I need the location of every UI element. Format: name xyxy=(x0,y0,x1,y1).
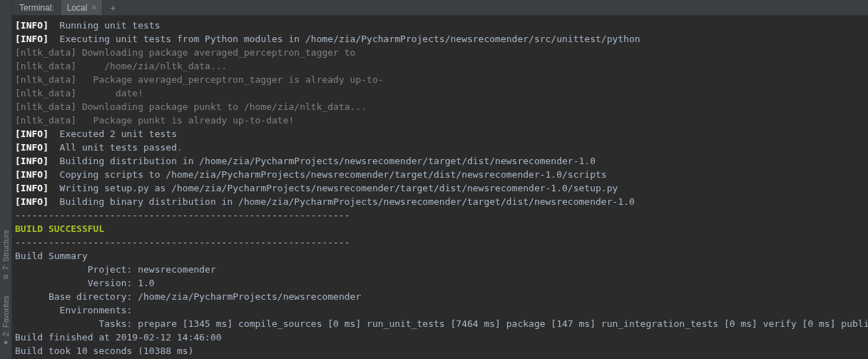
terminal-line: [INFO] All unit tests passed. xyxy=(15,141,868,154)
main-panel: Terminal: Local × + [INFO] Running unit … xyxy=(12,0,868,359)
terminal-line: [INFO] Writing setup.py as /home/zia/Pyc… xyxy=(15,181,868,195)
terminal-line: [nltk_data] Downloading package punkt to… xyxy=(15,100,868,113)
terminal-line: Base directory: /home/zia/PycharmProject… xyxy=(15,290,868,303)
favorites-icon: ★ xyxy=(2,340,9,345)
terminal-line: [INFO] Copying scripts to /home/zia/Pych… xyxy=(15,168,868,181)
terminal-line: Version: 1.0 xyxy=(15,276,868,290)
terminal-line: Build Summary xyxy=(15,249,868,263)
close-icon[interactable]: × xyxy=(91,4,96,12)
terminal-line: [INFO] Building binary distribution in /… xyxy=(15,195,868,208)
terminal-line: Tasks: prepare [1345 ms] compile_sources… xyxy=(15,317,868,330)
terminal-line: Build finished at 2019-02-12 14:46:00 xyxy=(15,330,868,344)
terminal-line: BUILD SUCCESSFUL xyxy=(15,222,868,236)
tab-label: Local xyxy=(67,3,88,13)
terminal-line: Environments: xyxy=(15,303,868,317)
terminal-line: [nltk_data] Package averaged_perceptron_… xyxy=(15,73,868,86)
terminal-line: [nltk_data] Downloading package averaged… xyxy=(15,46,868,59)
terminal-line: ----------------------------------------… xyxy=(15,236,868,249)
terminal-line: Build took 10 seconds (10388 ms) xyxy=(15,344,868,358)
terminal-line: [INFO] Building distribution in /home/zi… xyxy=(15,154,868,168)
terminal-tab-local[interactable]: Local × xyxy=(61,0,103,15)
sidebar-item-label: 2: Favorites xyxy=(1,295,10,336)
add-terminal-button[interactable]: + xyxy=(103,0,123,15)
terminal-line: [nltk_data] /home/zia/nltk_data... xyxy=(15,59,868,73)
structure-icon: ⧉ xyxy=(2,275,10,279)
terminal-line: Project: newsrecomender xyxy=(15,263,868,276)
terminal-line: [INFO] Executing unit tests from Python … xyxy=(15,32,868,46)
sidebar-item-label: 7: Structure xyxy=(1,230,10,270)
terminal-line: [nltk_data] Package punkt is already up-… xyxy=(15,113,868,127)
terminal-line: [INFO] Running unit tests xyxy=(15,19,868,32)
terminal-title: Terminal: xyxy=(12,0,61,15)
terminal-output[interactable]: [INFO] Running unit tests[INFO] Executin… xyxy=(12,16,868,359)
terminal-line: [INFO] Executed 2 unit tests xyxy=(15,127,868,141)
tool-window-sidebar: ⧉ 7: Structure ★ 2: Favorites xyxy=(0,0,12,359)
sidebar-item-favorites[interactable]: ★ 2: Favorites xyxy=(0,288,11,353)
terminal-line: [nltk_data] date! xyxy=(15,86,868,100)
sidebar-item-structure[interactable]: ⧉ 7: Structure xyxy=(0,223,11,288)
terminal-line: ----------------------------------------… xyxy=(15,208,868,222)
terminal-tab-bar: Terminal: Local × + xyxy=(12,0,868,16)
